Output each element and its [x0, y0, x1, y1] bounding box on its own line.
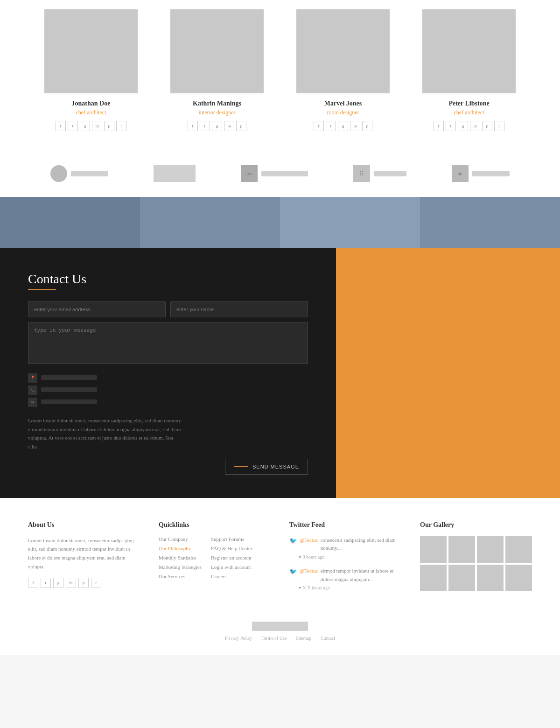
social-icon-in[interactable]: in [470, 121, 480, 131]
team-role: interior designer [199, 109, 236, 116]
footer-bottom-logo [252, 622, 308, 631]
social-icon-gp[interactable]: g [80, 121, 90, 131]
name-input[interactable] [170, 301, 308, 317]
twitter-time-2: ♥ X X hours ago [299, 585, 401, 590]
quicklink-faq[interactable]: FAQ & Help Center [211, 546, 252, 551]
contact-section: Contact Us 📍 📞 ✉ Lorem ipsum dolor [0, 248, 560, 498]
blue-col-1 [0, 197, 140, 248]
twitter-handle-1: @Tectus [300, 536, 318, 553]
footer-social-tw[interactable]: t [41, 578, 51, 588]
twitter-bird-icon-2: 🐦 [289, 567, 297, 583]
twitter-item-1: 🐦 @Tectus consecetur sadipscing elitr, s… [289, 536, 401, 560]
social-icon-tw[interactable]: t [326, 121, 336, 131]
social-icon-fb[interactable]: f [434, 121, 444, 131]
footer-gallery-heading: Our Gallery [420, 521, 532, 529]
gallery-thumb[interactable] [448, 565, 475, 591]
social-icons-row: f t g in p [314, 121, 372, 131]
footer-sitemap-link[interactable]: Sitemap [296, 636, 311, 641]
gallery-thumb[interactable] [505, 536, 532, 563]
twitter-handle-2: @Tectus [300, 567, 318, 583]
partner-icon [50, 165, 67, 182]
gallery-thumb[interactable] [505, 565, 532, 591]
team-role: chef architect [454, 109, 484, 116]
quicklink-marketing[interactable]: Marketing Strategies [159, 564, 202, 570]
social-icon-pi[interactable]: p [362, 121, 372, 131]
social-icon-in[interactable]: in [92, 121, 102, 131]
social-icon-pi[interactable]: p [236, 121, 246, 131]
team-photo [422, 9, 516, 93]
quicklink-services[interactable]: Our Services [159, 574, 202, 579]
social-icon-tw[interactable]: t [200, 121, 210, 131]
social-icon-fb[interactable]: f [188, 121, 198, 131]
contact-info-list: 📍 📞 ✉ [28, 373, 308, 407]
social-icon-pi[interactable]: p [104, 121, 114, 131]
social-icon-rs[interactable]: r [116, 121, 126, 131]
social-icon-tw[interactable]: t [68, 121, 78, 131]
team-name: Kathrin Manings [193, 100, 241, 107]
gallery-thumb[interactable] [448, 536, 475, 563]
social-icon-tw[interactable]: t [446, 121, 456, 131]
footer-social-rs[interactable]: r [91, 578, 101, 588]
quicklink-philosophy[interactable]: Our Philosophy [159, 546, 202, 551]
quicklink-login[interactable]: Login with account [211, 564, 252, 570]
contact-lorem: Lorem ipsum dolor sit amet, consecetur s… [28, 416, 182, 451]
partner-logo-3: ctm [241, 164, 308, 183]
gallery-thumb[interactable] [420, 536, 447, 563]
email-input[interactable] [28, 301, 166, 317]
social-icon-gp[interactable]: g [458, 121, 468, 131]
footer-social-in[interactable]: in [66, 578, 76, 588]
team-photo [296, 9, 390, 93]
social-icon-fb[interactable]: f [314, 121, 324, 131]
team-name: Peter Libstone [448, 100, 489, 107]
partners-section: ctm ⠿ ▣ [0, 150, 560, 197]
gallery-thumb[interactable] [477, 565, 504, 591]
social-icon-gp[interactable]: g [338, 121, 348, 131]
quicklink-company[interactable]: Our Company [159, 536, 202, 542]
footer-terms-link[interactable]: Terms of Use [261, 636, 287, 641]
footer-twitter-heading: Twitter Feed [289, 521, 401, 529]
social-icon-gp[interactable]: g [212, 121, 222, 131]
footer-bottom: Privacy Policy Terms of Use Sitemap Cont… [0, 612, 560, 655]
footer-privacy-link[interactable]: Privacy Policy [225, 636, 252, 641]
twitter-time-1: ♥ 0 hours ago [299, 554, 401, 560]
footer-social-row: f t g in p r [28, 578, 140, 588]
footer-gallery: Our Gallery [420, 521, 532, 598]
quicklink-support[interactable]: Support Forums [211, 536, 252, 542]
gallery-thumb[interactable] [420, 565, 447, 591]
quicklink-statistics[interactable]: Monthly Statistics [159, 555, 202, 560]
team-member: Kathrin Manings interior designer f t g … [166, 9, 268, 131]
contact-orange-panel [336, 248, 560, 498]
footer-social-pi[interactable]: p [78, 578, 89, 588]
footer-contact-link[interactable]: Contact [321, 636, 335, 641]
quicklink-register[interactable]: Register an account [211, 555, 252, 560]
gallery-grid [420, 536, 532, 591]
contact-form [28, 301, 308, 364]
partner-icon: ctm [241, 165, 258, 182]
social-icon-in[interactable]: in [224, 121, 234, 131]
contact-dark-area: Contact Us 📍 📞 ✉ Lorem ipsum dolor [0, 248, 336, 498]
partner-logo-5: ▣ [452, 164, 510, 183]
message-input[interactable] [28, 322, 308, 364]
send-message-button[interactable]: SEND MESSAGE [225, 459, 308, 475]
partner-icon: ▣ [452, 165, 469, 182]
blue-banner [0, 197, 560, 248]
contact-title: Contact Us [28, 272, 308, 287]
social-icon-fb[interactable]: f [56, 121, 66, 131]
send-btn-label: SEND MESSAGE [252, 464, 299, 469]
gallery-thumb[interactable] [477, 536, 504, 563]
social-icon-pi[interactable]: p [482, 121, 492, 131]
footer-twitter: Twitter Feed 🐦 @Tectus consecetur sadips… [289, 521, 401, 598]
footer-social-fb[interactable]: f [28, 578, 38, 588]
footer-quicklinks: Quicklinks Our Company Our Philosophy Mo… [159, 521, 271, 598]
social-icons-row: f t g in p r [56, 121, 126, 131]
team-member: Jonathan Doe chef architect f t g in p r [40, 9, 142, 131]
twitter-text-1: consecetur sadipscing elitr, sed diam no… [321, 536, 401, 553]
footer-social-gp[interactable]: g [53, 578, 63, 588]
contact-underline [28, 289, 56, 290]
quicklink-careers[interactable]: Careers [211, 574, 252, 579]
footer-about-text: Lorem ipsum dolor sit amet, consecetur s… [28, 536, 140, 571]
social-icon-in[interactable]: in [350, 121, 360, 131]
social-icons-row: f t g in p [188, 121, 246, 131]
social-icon-rs[interactable]: r [494, 121, 504, 131]
twitter-item-2: 🐦 @Tectus eirmod tempor invidunt ut labo… [289, 567, 401, 590]
